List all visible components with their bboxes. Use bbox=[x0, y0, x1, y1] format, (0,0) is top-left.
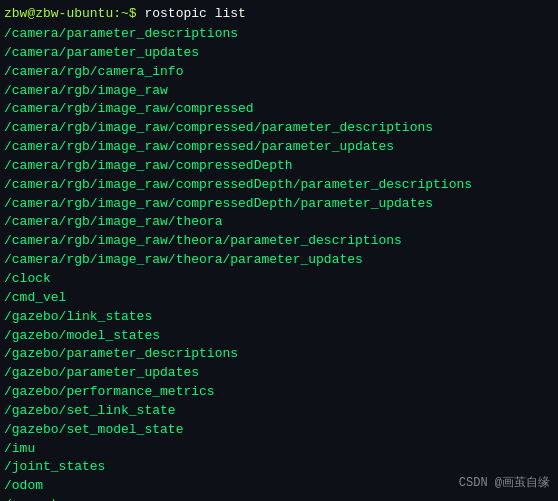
topic-item: /camera/rgb/image_raw/theora/parameter_d… bbox=[4, 232, 554, 251]
topic-item: /gazebo/parameter_updates bbox=[4, 364, 554, 383]
watermark: CSDN @画茧自缘 bbox=[459, 474, 550, 491]
topic-item: /gazebo/set_model_state bbox=[4, 421, 554, 440]
topic-item: /camera/rgb/camera_info bbox=[4, 63, 554, 82]
topic-item: /gazebo/parameter_descriptions bbox=[4, 345, 554, 364]
topic-item: /gazebo/performance_metrics bbox=[4, 383, 554, 402]
topic-item: /camera/rgb/image_raw/compressed/paramet… bbox=[4, 138, 554, 157]
topic-item: /camera/rgb/image_raw bbox=[4, 82, 554, 101]
topic-item: /camera/rgb/image_raw/theora/parameter_u… bbox=[4, 251, 554, 270]
topic-item: /gazebo/link_states bbox=[4, 308, 554, 327]
topic-list: /camera/parameter_descriptions/camera/pa… bbox=[4, 25, 554, 501]
topic-item: /rosout bbox=[4, 496, 554, 501]
topic-item: /cmd_vel bbox=[4, 289, 554, 308]
terminal-prompt: zbw@zbw-ubuntu:~$ bbox=[4, 6, 137, 21]
topic-item: /camera/parameter_descriptions bbox=[4, 25, 554, 44]
terminal-command: rostopic list bbox=[144, 6, 245, 21]
topic-item: /camera/rgb/image_raw/compressedDepth/pa… bbox=[4, 176, 554, 195]
topic-item: /camera/rgb/image_raw/compressed/paramet… bbox=[4, 119, 554, 138]
topic-item: /clock bbox=[4, 270, 554, 289]
topic-item: /camera/rgb/image_raw/compressedDepth/pa… bbox=[4, 195, 554, 214]
terminal-window: zbw@zbw-ubuntu:~$ rostopic list /camera/… bbox=[0, 0, 558, 501]
topic-item: /imu bbox=[4, 440, 554, 459]
topic-item: /camera/rgb/image_raw/compressed bbox=[4, 100, 554, 119]
topic-item: /gazebo/set_link_state bbox=[4, 402, 554, 421]
topic-item: /camera/parameter_updates bbox=[4, 44, 554, 63]
topic-item: /gazebo/model_states bbox=[4, 327, 554, 346]
topic-item: /camera/rgb/image_raw/theora bbox=[4, 213, 554, 232]
topic-item: /camera/rgb/image_raw/compressedDepth bbox=[4, 157, 554, 176]
terminal-title-bar: zbw@zbw-ubuntu:~$ rostopic list bbox=[4, 6, 554, 21]
